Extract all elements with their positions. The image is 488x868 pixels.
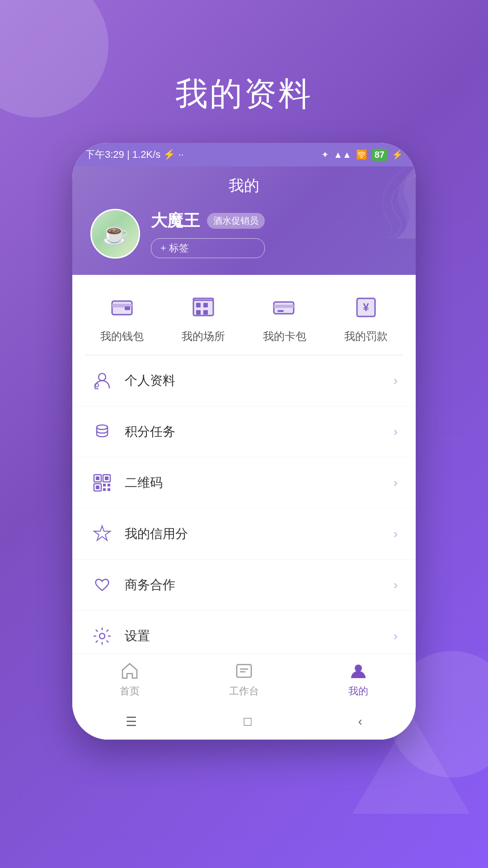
- chevron-right-icon-5: ›: [394, 578, 398, 592]
- svg-rect-4: [196, 303, 201, 307]
- workspace-nav-icon: [233, 660, 255, 682]
- signal-icon: ▲▲: [333, 150, 352, 160]
- svg-rect-29: [108, 488, 110, 491]
- wifi-icon: 🛜: [356, 149, 367, 160]
- charge-icon: ⚡: [392, 149, 403, 160]
- svg-point-35: [355, 665, 362, 672]
- svg-rect-6: [196, 310, 201, 315]
- menu-item-points[interactable]: 积分任务 ›: [72, 406, 416, 458]
- credit-icon: [90, 522, 114, 546]
- svg-rect-26: [103, 484, 106, 486]
- bottom-navigation: 首页 工作台 我的: [72, 654, 416, 703]
- person-icon: [90, 369, 114, 392]
- status-bar: 下午3:29 | 1.2K/s ⚡ ·· ✦ ▲▲ 🛜 87 ⚡: [72, 143, 416, 166]
- fine-icon: ¥: [350, 291, 382, 324]
- cards-label: 我的卡包: [263, 329, 306, 344]
- quick-action-wallet[interactable]: 我的钱包: [100, 291, 144, 344]
- svg-rect-25: [96, 486, 99, 489]
- workspace-nav-label: 工作台: [229, 684, 259, 698]
- credit-label: 我的信用分: [125, 525, 394, 542]
- user-role-badge: 酒水促销员: [207, 213, 265, 229]
- mine-nav-label: 我的: [348, 684, 368, 698]
- menu-list: 个人资料 › 积分任务 ›: [72, 355, 416, 654]
- add-tag-button[interactable]: + 标签: [151, 238, 265, 258]
- nav-item-workspace[interactable]: 工作台: [187, 660, 301, 698]
- svg-rect-21: [96, 476, 99, 480]
- svg-rect-5: [203, 303, 208, 307]
- system-navigation: ☰ □ ‹: [72, 703, 416, 740]
- svg-point-31: [99, 633, 105, 639]
- quick-action-fine[interactable]: ¥ 我的罚款: [344, 291, 388, 344]
- phone-frame: 下午3:29 | 1.2K/s ⚡ ·· ✦ ▲▲ 🛜 87 ⚡ 我的 ☕: [72, 143, 416, 740]
- qrcode-icon: [90, 471, 114, 495]
- wallet-label: 我的钱包: [100, 329, 144, 344]
- quick-actions-grid: 我的钱包 我的场所: [72, 275, 416, 354]
- handshake-icon: [90, 573, 114, 597]
- bg-decoration-circle-top: [0, 0, 108, 118]
- menu-item-business[interactable]: 商务合作 ›: [72, 560, 416, 611]
- user-details: 大魔王 酒水促销员 + 标签: [151, 210, 265, 258]
- user-name: 大魔王: [151, 210, 200, 232]
- chevron-right-icon-2: ›: [394, 425, 398, 439]
- svg-rect-13: [277, 310, 284, 312]
- chevron-right-icon: ›: [394, 373, 398, 388]
- svg-rect-28: [103, 488, 106, 491]
- avatar: ☕: [90, 209, 140, 259]
- system-menu-button[interactable]: ☰: [112, 710, 150, 734]
- points-label: 积分任务: [125, 423, 394, 440]
- header-section: 我的 ☕ 大魔王 酒水促销员 + 标签: [72, 166, 416, 275]
- menu-item-settings[interactable]: 设置 ›: [72, 611, 416, 654]
- card-icon: [268, 291, 301, 324]
- menu-item-profile[interactable]: 个人资料 ›: [72, 355, 416, 406]
- svg-text:¥: ¥: [363, 301, 369, 313]
- avatar-emoji: ☕: [102, 221, 129, 246]
- svg-rect-7: [203, 310, 208, 315]
- settings-icon: [90, 624, 114, 648]
- quick-action-venue[interactable]: 我的场所: [182, 291, 225, 344]
- svg-rect-32: [237, 665, 251, 677]
- svg-rect-2: [125, 307, 130, 310]
- page-title: 我的资料: [175, 72, 313, 116]
- nav-item-home[interactable]: 首页: [72, 660, 187, 698]
- qrcode-label: 二维码: [125, 474, 394, 491]
- chevron-right-icon-4: ›: [394, 527, 398, 541]
- profile-label: 个人资料: [125, 372, 394, 389]
- status-icons: ✦ ▲▲ 🛜 87 ⚡: [321, 149, 403, 161]
- svg-rect-12: [274, 305, 294, 308]
- coins-icon: [90, 420, 114, 443]
- user-name-row: 大魔王 酒水促销员: [151, 210, 265, 232]
- svg-rect-27: [108, 484, 110, 486]
- avatar-image: ☕: [92, 210, 139, 257]
- system-back-button[interactable]: ‹: [345, 710, 376, 733]
- chevron-right-icon-6: ›: [394, 629, 398, 643]
- quick-action-cards[interactable]: 我的卡包: [263, 291, 306, 344]
- business-label: 商务合作: [125, 576, 394, 594]
- nav-item-mine[interactable]: 我的: [301, 660, 416, 698]
- home-nav-label: 首页: [120, 684, 140, 698]
- settings-label: 设置: [125, 627, 394, 645]
- fine-label: 我的罚款: [344, 329, 388, 344]
- svg-point-16: [99, 373, 106, 381]
- svg-marker-30: [94, 526, 110, 540]
- wallet-icon: [106, 291, 138, 324]
- system-home-button[interactable]: □: [230, 710, 265, 733]
- status-time-network: 下午3:29 | 1.2K/s ⚡ ··: [85, 148, 184, 161]
- home-nav-icon: [119, 660, 141, 682]
- battery-indicator: 87: [372, 149, 387, 161]
- bluetooth-icon: ✦: [321, 149, 329, 160]
- chevron-right-icon-3: ›: [394, 476, 398, 490]
- header-wave-decoration: [325, 166, 416, 239]
- svg-point-19: [97, 425, 108, 429]
- menu-item-credit[interactable]: 我的信用分 ›: [72, 509, 416, 560]
- menu-item-qrcode[interactable]: 二维码 ›: [72, 458, 416, 509]
- svg-rect-23: [105, 476, 108, 480]
- venue-label: 我的场所: [182, 329, 225, 344]
- mine-nav-icon: [347, 660, 369, 682]
- building-icon: [187, 291, 220, 324]
